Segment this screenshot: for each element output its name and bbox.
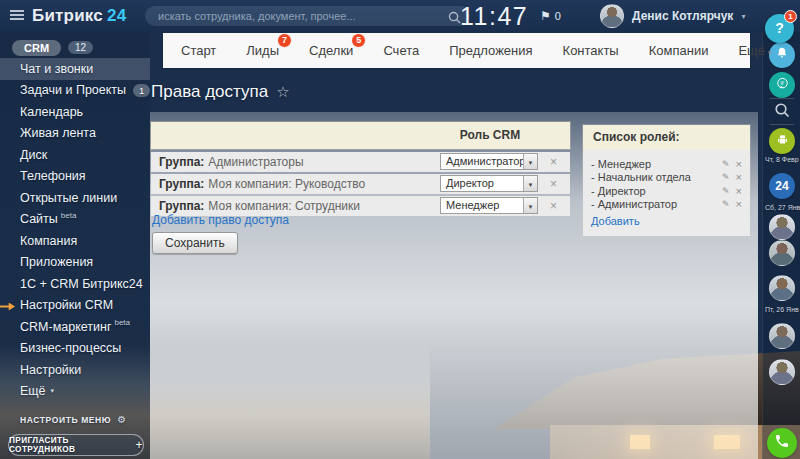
help-button[interactable]: ? 1 (765, 14, 794, 43)
sidebar-item-drive[interactable]: Диск (0, 144, 150, 166)
sidebar: CRM 12 Чат и звонки Задачи и Проекты1 Ка… (0, 32, 150, 459)
rail-date-label: Пт, 26 Янв (765, 306, 800, 313)
add-role-link[interactable]: Добавить (591, 215, 742, 227)
recent-contact-avatar[interactable] (769, 323, 795, 349)
logo-suffix: 24 (107, 6, 126, 25)
tab-leads[interactable]: Лиды7 (246, 43, 279, 58)
sidebar-item-feed[interactable]: Живая лента (0, 123, 150, 145)
select-arrow-icon[interactable]: ▼ (523, 154, 537, 169)
roles-list-panel: Список ролей: - Менеджер ✎ × - Начальник… (583, 125, 750, 236)
sidebar-item-chat-calls[interactable]: Чат и звонки (0, 58, 150, 80)
recent-contact-avatar[interactable] (769, 214, 795, 240)
sidebar-item-tasks[interactable]: Задачи и Проекты1 (0, 80, 150, 102)
delete-role-icon[interactable]: × (736, 198, 742, 210)
crm-navbar: Старт Лиды7 Сделки5 Счета Предложения Ко… (163, 33, 750, 68)
role-select[interactable]: Администратор▼ (440, 153, 538, 170)
tab-contacts[interactable]: Контакты (563, 43, 619, 58)
sidebar-item-settings[interactable]: Настройки (0, 359, 150, 381)
leads-counter-badge: 7 (277, 33, 292, 48)
sidebar-item-business-processes[interactable]: Бизнес-процессы (0, 338, 150, 360)
sidebar-item-calendar[interactable]: Календарь (0, 101, 150, 123)
flag-count: 0 (555, 10, 561, 22)
user-avatar (600, 4, 624, 28)
rail-date-label: Сб, 27 Янв (765, 204, 800, 211)
edit-pencil-icon[interactable]: ✎ (722, 199, 730, 209)
tab-quotes[interactable]: Предложения (449, 43, 532, 58)
marketplace-bot-button[interactable] (769, 128, 795, 154)
tab-invoices[interactable]: Счета (383, 43, 419, 58)
sidebar-item-open-lines[interactable]: Открытые линии (0, 187, 150, 209)
notifications-flag[interactable]: ⚑0 (540, 0, 561, 32)
help-badge: 1 (784, 10, 797, 23)
edit-pencil-icon[interactable]: ✎ (722, 186, 730, 196)
crm-counter-badge: 12 (68, 41, 93, 54)
delete-role-icon[interactable]: × (736, 158, 742, 170)
sidebar-item-telephony[interactable]: Телефония (0, 166, 150, 188)
recent-contact-avatar[interactable] (769, 359, 795, 385)
gear-icon: ⚙ (117, 414, 127, 425)
role-select[interactable]: Директор▼ (440, 175, 538, 192)
group-name: Моя компания: Руководство (208, 177, 365, 191)
bitrix24-logo[interactable]: Битрикс24 (32, 6, 126, 26)
user-name: Денис Котлярчук (632, 9, 733, 23)
right-rail: Чт, 8 Февр 24 Сб, 27 Янв Пт, 26 Янв (762, 32, 800, 459)
role-list-item: - Директор ✎ × (591, 184, 742, 198)
clock[interactable]: 11:47 (460, 0, 528, 32)
delete-role-icon[interactable]: × (736, 171, 742, 183)
rail-search-icon[interactable] (774, 102, 790, 122)
delete-role-icon[interactable]: × (736, 185, 742, 197)
add-access-right-link[interactable]: Добавить право доступа (152, 213, 289, 227)
role-list-item: - Начальник отдела ✎ × (591, 171, 742, 185)
call-button[interactable] (767, 428, 797, 458)
recent-contact-avatar[interactable] (769, 275, 795, 301)
rail-divider (770, 98, 794, 99)
tab-deals[interactable]: Сделки5 (309, 43, 353, 58)
favorite-star-icon[interactable]: ☆ (276, 83, 289, 100)
remove-row-icon[interactable]: × (550, 152, 557, 172)
permission-row: Группа:Администраторы Администратор▼ × (151, 152, 570, 172)
user-menu[interactable]: Денис Котлярчук ▾ (600, 0, 745, 32)
configure-menu-button[interactable]: НАСТРОИТЬ МЕНЮ⚙ (20, 414, 127, 425)
select-arrow-icon[interactable]: ▼ (523, 176, 537, 191)
sidebar-item-crm[interactable]: CRM 12 (0, 32, 150, 58)
role-list-item: - Менеджер ✎ × (591, 157, 742, 171)
sidebar-item-crm-marketing[interactable]: CRM-маркетингbeta (0, 316, 150, 338)
search-input[interactable] (145, 6, 470, 26)
chevron-down-icon: ▾ (741, 12, 745, 21)
select-arrow-icon[interactable]: ▼ (523, 198, 537, 213)
tab-more[interactable]: Ещё▾ (738, 43, 771, 58)
topbar: Битрикс24 11:47 ⚑0 Денис Котлярчук ▾ (0, 0, 800, 32)
tasks-counter-badge: 1 (133, 84, 150, 97)
notifications-bell-button[interactable] (769, 42, 795, 68)
role-select[interactable]: Менеджер▼ (440, 197, 538, 214)
edit-pencil-icon[interactable]: ✎ (722, 172, 730, 182)
sidebar-item-more[interactable]: Ещё▾ (0, 381, 150, 403)
edit-pencil-icon[interactable]: ✎ (722, 159, 730, 169)
remove-row-icon[interactable]: × (550, 174, 557, 194)
sidebar-item-company[interactable]: Компания (0, 230, 150, 252)
bitrix24-app: Битрикс24 11:47 ⚑0 Денис Котлярчук ▾ ? 1… (0, 0, 800, 459)
calendar-day-button[interactable]: 24 (769, 173, 795, 199)
deals-counter-badge: 5 (351, 33, 366, 48)
plus-icon: + (136, 438, 143, 452)
chevron-down-icon: ▾ (768, 49, 772, 56)
sidebar-item-applications[interactable]: Приложения (0, 252, 150, 274)
phone-icon (774, 433, 790, 453)
tab-companies[interactable]: Компании (649, 43, 709, 58)
beta-label: beta (114, 318, 130, 327)
menu-hamburger-icon[interactable] (10, 10, 24, 21)
group-name: Администраторы (208, 155, 303, 169)
tab-start[interactable]: Старт (181, 43, 216, 58)
sidebar-item-sites[interactable]: Сайтыbeta (0, 209, 150, 231)
remove-row-icon[interactable]: × (550, 196, 557, 216)
sidebar-item-crm-settings[interactable]: Настройки CRM (0, 295, 150, 317)
permission-row: Группа:Моя компания: Руководство Директо… (151, 174, 570, 194)
table-header: Роль CRM (151, 122, 570, 149)
logo-brand: Битрикс (32, 6, 103, 25)
save-button[interactable]: Сохранить (152, 232, 238, 254)
recent-contact-avatar[interactable] (769, 240, 795, 266)
active-page-marker-icon (0, 303, 15, 311)
invite-employees-button[interactable]: ПРИГЛАСИТЬ СОТРУДНИКОВ+ (8, 434, 144, 456)
messenger-button[interactable] (769, 72, 795, 98)
sidebar-item-1c-crm[interactable]: 1С + CRM Битрикс24 (0, 273, 150, 295)
